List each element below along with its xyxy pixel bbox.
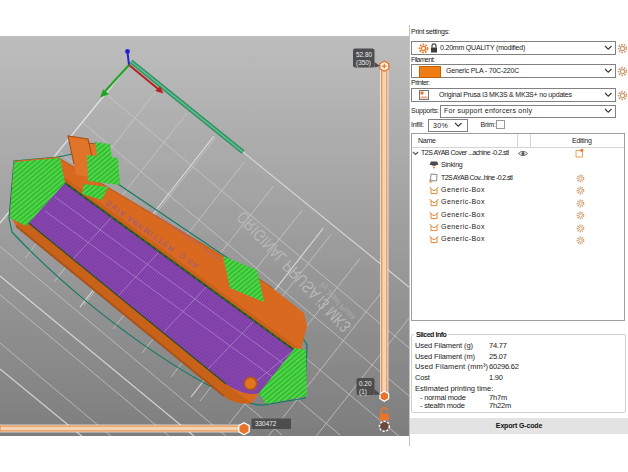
svg-text:(350): (350): [356, 59, 371, 67]
svg-text:0.20: 0.20: [359, 380, 372, 387]
svg-text:52.80: 52.80: [356, 51, 372, 58]
svg-text:(1): (1): [359, 388, 367, 396]
svg-text:330472: 330472: [255, 420, 277, 427]
